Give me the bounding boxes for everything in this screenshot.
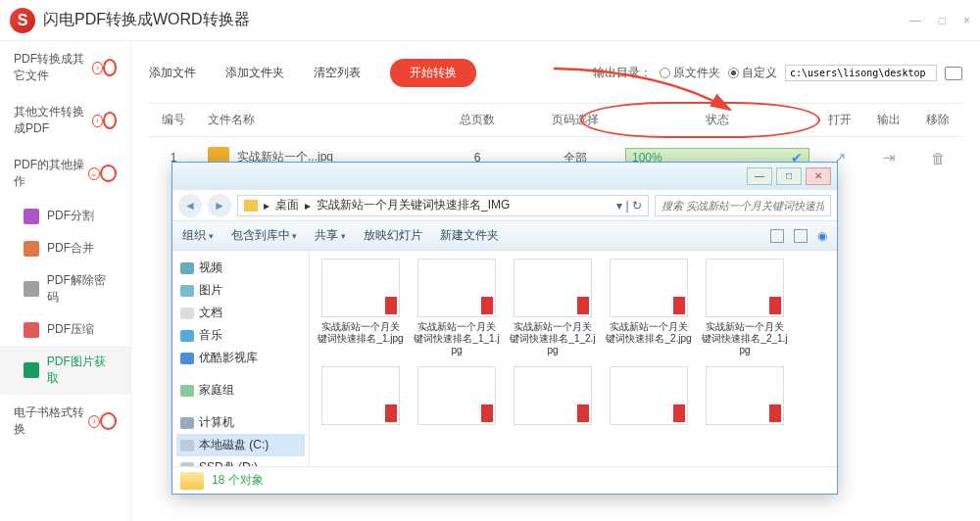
sidebar-group-ebook[interactable]: 电子书格式转换› — [0, 395, 130, 448]
explorer-search-input[interactable] — [655, 195, 831, 216]
video-icon — [180, 262, 194, 274]
browse-folder-icon[interactable] — [945, 67, 962, 80]
explorer-tree: 视频 图片 文档 音乐 优酷影视库 家庭组 计算机 本地磁盘 (C:) SSD盘… — [172, 251, 310, 466]
include-menu[interactable]: 包含到库中 — [231, 227, 298, 244]
explorer-statusbar: 18 个对象 — [172, 466, 837, 494]
start-convert-button[interactable]: 开始转换 — [390, 59, 476, 87]
compress-icon — [24, 322, 39, 338]
col-pages: 总页数 — [423, 112, 531, 128]
sidebar-group-pdf-ops[interactable]: PDF的其他操作⌄ — [0, 147, 130, 200]
tree-d-drive[interactable]: SSD盘 (D:) — [176, 456, 305, 466]
unlock-icon — [24, 281, 39, 297]
delete-icon[interactable]: 🗑 — [931, 150, 946, 166]
file-item[interactable] — [318, 366, 404, 429]
tree-homegroup[interactable]: 家庭组 — [176, 379, 305, 402]
sidebar-item-unlock[interactable]: PDF解除密码 — [0, 264, 130, 313]
tree-videos[interactable]: 视频 — [176, 257, 305, 279]
app-title: 闪电PDF转换成WORD转换器 — [43, 10, 250, 30]
file-item[interactable] — [702, 366, 788, 429]
close-button[interactable]: × — [963, 14, 970, 27]
file-item[interactable] — [510, 366, 596, 429]
radio-source-folder[interactable]: 原文件夹 — [660, 65, 720, 81]
tree-pictures[interactable]: 图片 — [176, 279, 305, 302]
new-folder-button[interactable]: 新建文件夹 — [440, 227, 499, 244]
explorer-titlebar[interactable]: — □ ✕ — [172, 163, 837, 190]
chevron-icon: › — [92, 115, 102, 127]
output-path-input[interactable] — [785, 65, 937, 81]
sidebar-item-extract-images[interactable]: PDF图片获取 — [0, 346, 130, 395]
col-status: 状态 — [619, 112, 815, 128]
col-output: 输出 — [864, 112, 913, 128]
file-item[interactable] — [414, 366, 500, 429]
clear-list-button[interactable]: 清空列表 — [314, 65, 361, 81]
sidebar-item-split[interactable]: PDF分割 — [0, 200, 130, 232]
file-item[interactable]: 实战新站一个月关键词快速排名_1.jpg — [318, 259, 404, 356]
sidebar-item-compress[interactable]: PDF压缩 — [0, 313, 130, 346]
col-remove: 移除 — [913, 112, 962, 128]
titlebar: S 闪电PDF转换成WORD转换器 — □ × — [0, 0, 980, 41]
sidebar: PDF转换成其它文件› 其他文件转换成PDF› PDF的其他操作⌄ PDF分割 … — [0, 41, 131, 521]
preview-pane-icon[interactable] — [794, 229, 808, 243]
tree-computer[interactable]: 计算机 — [176, 411, 305, 434]
forward-button[interactable]: ► — [208, 194, 231, 217]
tree-documents[interactable]: 文档 — [176, 302, 305, 324]
homegroup-icon — [180, 385, 194, 397]
computer-icon — [180, 417, 194, 429]
toolbar: 添加文件 添加文件夹 清空列表 开始转换 输出目录： 原文件夹 自定义 — [149, 51, 962, 95]
view-icon[interactable] — [770, 229, 784, 243]
image-icon — [24, 362, 39, 378]
drive-icon — [180, 462, 194, 467]
tree-c-drive[interactable]: 本地磁盘 (C:) — [176, 434, 305, 456]
app-logo-icon: S — [10, 8, 35, 33]
explorer-toolbar: 组织 包含到库中 共享 放映幻灯片 新建文件夹 ◉ — [172, 221, 837, 251]
col-open: 打开 — [815, 112, 864, 128]
explorer-maximize-button[interactable]: □ — [776, 167, 802, 185]
organize-menu[interactable]: 组织 — [182, 227, 214, 244]
explorer-close-button[interactable]: ✕ — [806, 167, 831, 185]
maximize-button[interactable]: □ — [939, 14, 946, 27]
sidebar-group-pdf-to-other[interactable]: PDF转换成其它文件› — [0, 41, 130, 94]
drive-icon — [180, 440, 194, 451]
youku-icon — [180, 353, 194, 364]
file-item[interactable]: 实战新站一个月关键词快速排名_1_2.jpg — [510, 259, 596, 356]
address-bar[interactable]: ▸ 桌面▸ 实战新站一个月关键词快速排名_IMG ▾ | ↻ — [237, 195, 649, 216]
col-number: 编号 — [149, 112, 198, 128]
sidebar-group-other-to-pdf[interactable]: 其他文件转换成PDF› — [0, 94, 130, 147]
tree-youku[interactable]: 优酷影视库 — [176, 347, 305, 369]
explorer-files: 实战新站一个月关键词快速排名_1.jpg 实战新站一个月关键词快速排名_1_1.… — [310, 251, 837, 466]
split-icon — [24, 209, 39, 224]
file-item[interactable]: 实战新站一个月关键词快速排名_2.jpg — [606, 259, 692, 356]
file-item[interactable]: 实战新站一个月关键词快速排名_2_1.jpg — [702, 259, 788, 356]
docs-icon — [180, 308, 194, 319]
explorer-window: — □ ✕ ◄ ► ▸ 桌面▸ 实战新站一个月关键词快速排名_IMG ▾ | ↻… — [172, 162, 838, 495]
chevron-icon: › — [88, 415, 100, 428]
merge-icon — [24, 241, 39, 257]
back-button[interactable]: ◄ — [178, 194, 202, 217]
file-item[interactable]: 实战新站一个月关键词快速排名_1_1.jpg — [414, 259, 500, 356]
folder-icon — [180, 472, 204, 490]
output-dir-label: 输出目录： — [593, 65, 652, 81]
file-item[interactable] — [606, 366, 692, 429]
radio-custom-folder[interactable]: 自定义 — [728, 65, 777, 81]
output-icon[interactable]: ⇥ — [883, 149, 896, 166]
minimize-button[interactable]: — — [909, 14, 921, 27]
share-menu[interactable]: 共享 — [315, 227, 346, 244]
help-icon[interactable]: ◉ — [817, 229, 827, 243]
col-filename: 文件名称 — [198, 112, 423, 128]
tree-music[interactable]: 音乐 — [176, 324, 305, 347]
chevron-icon: › — [92, 62, 102, 74]
pictures-icon — [180, 285, 194, 297]
add-file-button[interactable]: 添加文件 — [149, 65, 196, 81]
explorer-minimize-button[interactable]: — — [747, 167, 772, 185]
slideshow-button[interactable]: 放映幻灯片 — [364, 227, 422, 244]
chevron-down-icon: ⌄ — [88, 167, 100, 180]
folder-icon — [244, 200, 258, 212]
add-folder-button[interactable]: 添加文件夹 — [225, 65, 284, 81]
sidebar-item-merge[interactable]: PDF合并 — [0, 232, 130, 264]
music-icon — [180, 330, 194, 342]
col-page-select: 页码选择 — [531, 112, 619, 128]
